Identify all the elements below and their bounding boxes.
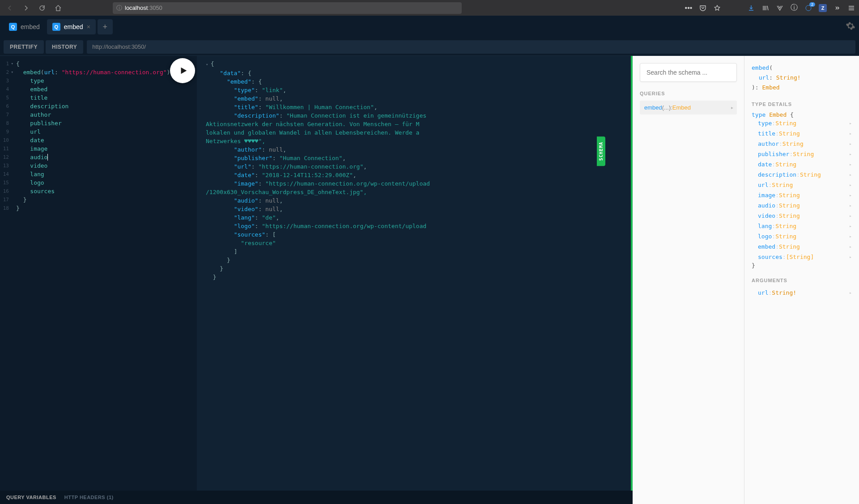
type-field-row[interactable]: type: String — [752, 118, 852, 128]
query-badge-icon: Q — [52, 23, 60, 31]
prettify-button[interactable]: PRETTIFY — [4, 40, 44, 54]
schema-panel: QUERIES embed(...): Embed embed( url: St… — [633, 56, 859, 504]
info-circle-icon[interactable]: ⓘ — [790, 4, 798, 12]
reload-button[interactable] — [36, 2, 48, 14]
url-path: :3050 — [148, 4, 162, 11]
type-field-row[interactable]: image: String — [752, 190, 852, 200]
schema-details-column: embed( url: String! ): Embed TYPE DETAIL… — [744, 56, 859, 504]
schema-search-input[interactable] — [640, 63, 737, 82]
line-gutter: 1▾2▾3456789101112131415161718 — [0, 59, 13, 212]
url-host: localhost — [125, 4, 148, 11]
download-icon[interactable] — [747, 4, 755, 12]
http-headers-tab[interactable]: HTTP HEADERS (1) — [64, 495, 114, 500]
query-signature: embed( url: String! ): Embed — [752, 63, 852, 93]
type-close-brace: } — [752, 262, 852, 269]
overflow-icon[interactable] — [833, 4, 841, 12]
pocket-icon[interactable] — [699, 4, 707, 12]
settings-button[interactable] — [846, 21, 855, 33]
query-code[interactable]: { embed(url: "https://human-connection.o… — [16, 59, 193, 212]
query-variables-tab[interactable]: QUERY VARIABLES — [6, 495, 56, 500]
schema-queries-column: QUERIES embed(...): Embed — [633, 56, 744, 504]
main-layout: 1▾2▾3456789101112131415161718 { embed(ur… — [0, 56, 859, 504]
menu-icon[interactable] — [847, 4, 855, 12]
bottom-bar: QUERY VARIABLES HTTP HEADERS (1) — [0, 491, 633, 504]
type-field-row[interactable]: audio: String — [752, 200, 852, 211]
query-editor[interactable]: 1▾2▾3456789101112131415161718 { embed(ur… — [0, 56, 197, 504]
arguments-heading: ARGUMENTS — [752, 278, 852, 283]
type-field-row[interactable]: embed: String — [752, 241, 852, 252]
vue-icon[interactable] — [776, 4, 784, 12]
type-field-row[interactable]: sources: [String] — [752, 252, 852, 262]
app-tabs-bar: Q embed Q embed × + — [0, 16, 859, 38]
query-item-embed[interactable]: embed(...): Embed — [640, 101, 737, 114]
execute-button[interactable] — [170, 58, 195, 83]
type-field-row[interactable]: publisher: String — [752, 149, 852, 159]
toolbar: PRETTIFY HISTORY — [0, 38, 859, 56]
zotero-icon[interactable]: Z — [819, 4, 827, 12]
close-icon[interactable]: × — [87, 23, 90, 30]
query-badge-icon: Q — [9, 23, 17, 31]
type-field-row[interactable]: description: String — [752, 169, 852, 180]
tab-label: embed — [64, 23, 83, 30]
info-icon: ⓘ — [116, 4, 122, 12]
type-declaration: type Embed { — [752, 111, 852, 118]
browser-chrome: ⓘ localhost:3050 ••• ⓘ 2 Z — [0, 0, 859, 16]
forward-button[interactable] — [20, 2, 32, 14]
type-field-row[interactable]: date: String — [752, 159, 852, 169]
endpoint-input[interactable] — [87, 40, 855, 54]
schema-toggle-tab[interactable]: SCHEMA — [597, 136, 605, 166]
type-field-row[interactable]: author: String — [752, 139, 852, 149]
tab-label: embed — [21, 23, 40, 30]
bookmark-star-icon[interactable] — [713, 4, 721, 12]
type-field-row[interactable]: lang: String — [752, 221, 852, 231]
result-pane: SCHEMA ▾ { "data": { "embed": { "type": … — [197, 56, 633, 504]
library-icon[interactable] — [761, 4, 770, 12]
ellipsis-icon[interactable]: ••• — [685, 4, 693, 12]
add-tab-button[interactable]: + — [98, 19, 113, 34]
type-field-row[interactable]: video: String — [752, 211, 852, 221]
argument-row[interactable]: url: String! — [752, 288, 852, 298]
queries-heading: QUERIES — [640, 91, 737, 96]
extension-badge-icon[interactable]: 2 — [804, 4, 812, 12]
history-button[interactable]: HISTORY — [46, 40, 83, 54]
result-json[interactable]: ▾ { "data": { "embed": { "type": "link",… — [197, 56, 633, 285]
type-field-row[interactable]: title: String — [752, 128, 852, 139]
type-field-row[interactable]: url: String — [752, 180, 852, 190]
type-field-row[interactable]: logo: String — [752, 231, 852, 241]
home-button[interactable] — [52, 2, 64, 14]
type-details-heading: TYPE DETAILS — [752, 102, 852, 107]
url-bar[interactable]: ⓘ localhost:3050 — [113, 2, 462, 14]
tab-embed-2[interactable]: Q embed × — [47, 19, 96, 34]
tab-embed-1[interactable]: Q embed — [4, 19, 45, 34]
back-button[interactable] — [4, 2, 16, 14]
